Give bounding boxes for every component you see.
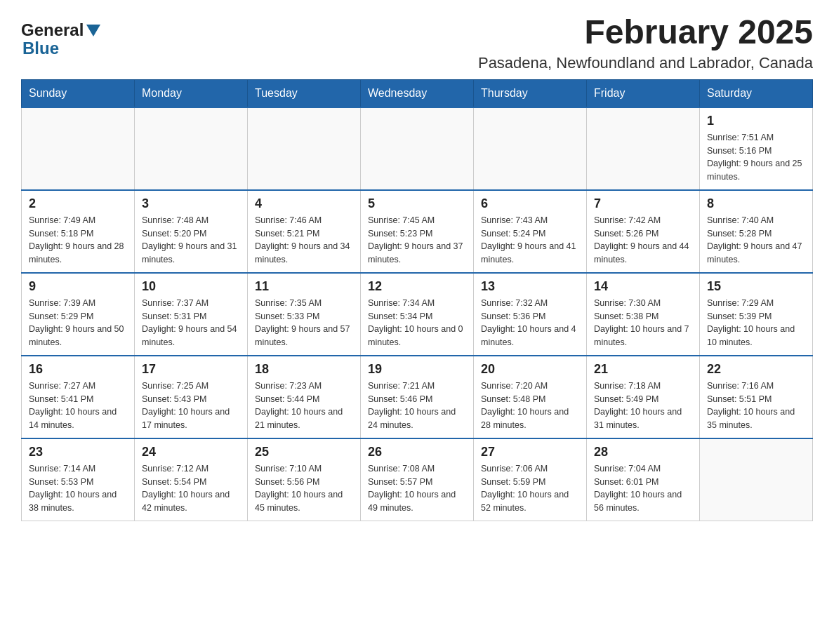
- day-info: Sunrise: 7:04 AMSunset: 6:01 PMDaylight:…: [594, 462, 692, 515]
- day-number: 6: [481, 196, 579, 211]
- day-info: Sunrise: 7:32 AMSunset: 5:36 PMDaylight:…: [481, 297, 579, 349]
- calendar-cell: 18Sunrise: 7:23 AMSunset: 5:44 PMDayligh…: [248, 356, 361, 438]
- day-info: Sunrise: 7:16 AMSunset: 5:51 PMDaylight:…: [707, 380, 805, 432]
- col-sunday: Sunday: [22, 79, 135, 107]
- page-title: February 2025: [478, 14, 813, 51]
- calendar-cell: [248, 107, 361, 190]
- calendar-cell: 5Sunrise: 7:45 AMSunset: 5:23 PMDaylight…: [361, 190, 474, 273]
- calendar-cell: 10Sunrise: 7:37 AMSunset: 5:31 PMDayligh…: [135, 273, 248, 356]
- day-number: 14: [594, 279, 692, 294]
- calendar-cell: 9Sunrise: 7:39 AMSunset: 5:29 PMDaylight…: [22, 273, 135, 356]
- day-info: Sunrise: 7:39 AMSunset: 5:29 PMDaylight:…: [29, 297, 127, 349]
- calendar-table: Sunday Monday Tuesday Wednesday Thursday…: [21, 79, 813, 521]
- calendar-header-row: Sunday Monday Tuesday Wednesday Thursday…: [22, 79, 813, 107]
- day-info: Sunrise: 7:35 AMSunset: 5:33 PMDaylight:…: [255, 297, 353, 349]
- day-number: 5: [368, 196, 466, 211]
- calendar-cell: [587, 107, 700, 190]
- day-number: 19: [368, 362, 466, 377]
- day-info: Sunrise: 7:25 AMSunset: 5:43 PMDaylight:…: [142, 380, 240, 432]
- calendar-cell: [474, 107, 587, 190]
- calendar-cell: 24Sunrise: 7:12 AMSunset: 5:54 PMDayligh…: [135, 438, 248, 521]
- calendar-cell: 17Sunrise: 7:25 AMSunset: 5:43 PMDayligh…: [135, 356, 248, 438]
- day-info: Sunrise: 7:46 AMSunset: 5:21 PMDaylight:…: [255, 214, 353, 267]
- calendar-cell: 27Sunrise: 7:06 AMSunset: 5:59 PMDayligh…: [474, 438, 587, 521]
- calendar-week-row: 16Sunrise: 7:27 AMSunset: 5:41 PMDayligh…: [22, 356, 813, 438]
- calendar-cell: 7Sunrise: 7:42 AMSunset: 5:26 PMDaylight…: [587, 190, 700, 273]
- day-info: Sunrise: 7:48 AMSunset: 5:20 PMDaylight:…: [142, 214, 240, 267]
- calendar-cell: [135, 107, 248, 190]
- page-header: General Blue February 2025 Pasadena, New…: [21, 14, 813, 72]
- calendar-cell: 4Sunrise: 7:46 AMSunset: 5:21 PMDaylight…: [248, 190, 361, 273]
- calendar-cell: 13Sunrise: 7:32 AMSunset: 5:36 PMDayligh…: [474, 273, 587, 356]
- day-number: 21: [594, 362, 692, 377]
- day-info: Sunrise: 7:14 AMSunset: 5:53 PMDaylight:…: [29, 462, 127, 515]
- calendar-cell: 26Sunrise: 7:08 AMSunset: 5:57 PMDayligh…: [361, 438, 474, 521]
- day-info: Sunrise: 7:18 AMSunset: 5:49 PMDaylight:…: [594, 380, 692, 432]
- calendar-cell: 23Sunrise: 7:14 AMSunset: 5:53 PMDayligh…: [22, 438, 135, 521]
- calendar-cell: 21Sunrise: 7:18 AMSunset: 5:49 PMDayligh…: [587, 356, 700, 438]
- calendar-cell: 28Sunrise: 7:04 AMSunset: 6:01 PMDayligh…: [587, 438, 700, 521]
- day-info: Sunrise: 7:30 AMSunset: 5:38 PMDaylight:…: [594, 297, 692, 349]
- calendar-week-row: 23Sunrise: 7:14 AMSunset: 5:53 PMDayligh…: [22, 438, 813, 521]
- day-number: 2: [29, 196, 127, 211]
- calendar-cell: 20Sunrise: 7:20 AMSunset: 5:48 PMDayligh…: [474, 356, 587, 438]
- calendar-cell: 11Sunrise: 7:35 AMSunset: 5:33 PMDayligh…: [248, 273, 361, 356]
- day-info: Sunrise: 7:51 AMSunset: 5:16 PMDaylight:…: [707, 131, 805, 184]
- calendar-week-row: 1Sunrise: 7:51 AMSunset: 5:16 PMDaylight…: [22, 107, 813, 190]
- logo-general-text: General: [21, 21, 84, 39]
- day-info: Sunrise: 7:40 AMSunset: 5:28 PMDaylight:…: [707, 214, 805, 267]
- logo-container: General Blue: [21, 21, 100, 58]
- col-tuesday: Tuesday: [248, 79, 361, 107]
- day-number: 18: [255, 362, 353, 377]
- day-number: 17: [142, 362, 240, 377]
- day-number: 12: [368, 279, 466, 294]
- page-subtitle: Pasadena, Newfoundland and Labrador, Can…: [478, 54, 813, 72]
- calendar-cell: 6Sunrise: 7:43 AMSunset: 5:24 PMDaylight…: [474, 190, 587, 273]
- calendar-header: Sunday Monday Tuesday Wednesday Thursday…: [22, 79, 813, 107]
- day-info: Sunrise: 7:23 AMSunset: 5:44 PMDaylight:…: [255, 380, 353, 432]
- calendar-cell: 15Sunrise: 7:29 AMSunset: 5:39 PMDayligh…: [700, 273, 813, 356]
- day-number: 1: [707, 114, 805, 128]
- day-number: 27: [481, 445, 579, 459]
- day-number: 25: [255, 445, 353, 459]
- title-block: February 2025 Pasadena, Newfoundland and…: [478, 14, 813, 72]
- day-number: 9: [29, 279, 127, 294]
- day-info: Sunrise: 7:34 AMSunset: 5:34 PMDaylight:…: [368, 297, 466, 349]
- day-info: Sunrise: 7:10 AMSunset: 5:56 PMDaylight:…: [255, 462, 353, 515]
- day-number: 20: [481, 362, 579, 377]
- day-number: 4: [255, 196, 353, 211]
- logo-arrow-icon: [86, 25, 100, 36]
- calendar-cell: 16Sunrise: 7:27 AMSunset: 5:41 PMDayligh…: [22, 356, 135, 438]
- day-info: Sunrise: 7:43 AMSunset: 5:24 PMDaylight:…: [481, 214, 579, 267]
- day-number: 3: [142, 196, 240, 211]
- day-number: 28: [594, 445, 692, 459]
- day-info: Sunrise: 7:06 AMSunset: 5:59 PMDaylight:…: [481, 462, 579, 515]
- day-number: 11: [255, 279, 353, 294]
- day-info: Sunrise: 7:45 AMSunset: 5:23 PMDaylight:…: [368, 214, 466, 267]
- calendar-cell: 14Sunrise: 7:30 AMSunset: 5:38 PMDayligh…: [587, 273, 700, 356]
- day-info: Sunrise: 7:08 AMSunset: 5:57 PMDaylight:…: [368, 462, 466, 515]
- col-monday: Monday: [135, 79, 248, 107]
- calendar-cell: 19Sunrise: 7:21 AMSunset: 5:46 PMDayligh…: [361, 356, 474, 438]
- calendar-cell: 8Sunrise: 7:40 AMSunset: 5:28 PMDaylight…: [700, 190, 813, 273]
- calendar-cell: [22, 107, 135, 190]
- day-number: 10: [142, 279, 240, 294]
- col-friday: Friday: [587, 79, 700, 107]
- day-info: Sunrise: 7:29 AMSunset: 5:39 PMDaylight:…: [707, 297, 805, 349]
- col-thursday: Thursday: [474, 79, 587, 107]
- day-number: 13: [481, 279, 579, 294]
- calendar-cell: 2Sunrise: 7:49 AMSunset: 5:18 PMDaylight…: [22, 190, 135, 273]
- day-number: 24: [142, 445, 240, 459]
- calendar-cell: [361, 107, 474, 190]
- day-number: 8: [707, 196, 805, 211]
- logo: General Blue: [21, 21, 100, 58]
- day-info: Sunrise: 7:12 AMSunset: 5:54 PMDaylight:…: [142, 462, 240, 515]
- logo-blue-text: Blue: [22, 39, 100, 58]
- day-info: Sunrise: 7:49 AMSunset: 5:18 PMDaylight:…: [29, 214, 127, 267]
- calendar-week-row: 2Sunrise: 7:49 AMSunset: 5:18 PMDaylight…: [22, 190, 813, 273]
- day-number: 22: [707, 362, 805, 377]
- day-info: Sunrise: 7:37 AMSunset: 5:31 PMDaylight:…: [142, 297, 240, 349]
- day-number: 23: [29, 445, 127, 459]
- day-number: 7: [594, 196, 692, 211]
- day-info: Sunrise: 7:42 AMSunset: 5:26 PMDaylight:…: [594, 214, 692, 267]
